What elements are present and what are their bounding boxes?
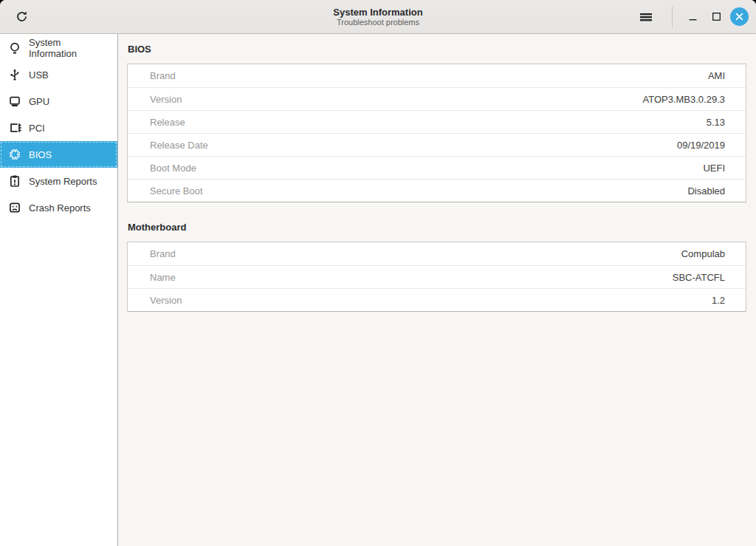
row-label: Version xyxy=(150,94,182,105)
sidebar-item-label: PCI xyxy=(29,123,45,134)
table-row: Release 5.13 xyxy=(128,110,746,133)
sidebar-item-bios[interactable]: BIOS xyxy=(0,141,117,168)
row-label: Secure Boot xyxy=(150,185,203,197)
sidebar-item-gpu[interactable]: GPU xyxy=(0,88,117,115)
row-label: Brand xyxy=(150,70,176,81)
row-value: UEFI xyxy=(703,163,725,174)
minimize-button[interactable] xyxy=(683,7,702,27)
titlebar-separator xyxy=(672,7,673,27)
refresh-icon xyxy=(16,10,28,23)
section-bios: BIOS Brand AMI Version ATOP3.MB3.0.29.3 … xyxy=(127,44,746,202)
window-subtitle: Troubleshoot problems xyxy=(337,18,419,27)
row-label: Name xyxy=(150,272,176,283)
maximize-button[interactable] xyxy=(707,7,726,27)
sidebar-item-label: System Reports xyxy=(29,176,97,187)
sidebar-item-label: BIOS xyxy=(29,149,52,160)
usb-icon xyxy=(7,67,22,82)
table-row: Secure Boot Disabled xyxy=(128,179,746,202)
row-value: 5.13 xyxy=(707,117,725,128)
row-label: Release Date xyxy=(150,140,208,151)
lightbulb-icon xyxy=(7,41,22,55)
section-motherboard: Motherboard Brand Compulab Name SBC-ATCF… xyxy=(127,222,746,312)
menu-button[interactable] xyxy=(635,6,657,28)
table-row: Brand AMI xyxy=(128,64,746,87)
titlebar: System Information Troubleshoot problems xyxy=(0,0,756,34)
sidebar-item-system-reports[interactable]: System Reports xyxy=(0,168,117,194)
row-value: ATOP3.MB3.0.29.3 xyxy=(642,94,725,105)
table-row: Brand Compulab xyxy=(128,242,746,265)
section-title: Motherboard xyxy=(128,222,746,233)
row-label: Version xyxy=(150,295,182,306)
table-row: Version ATOP3.MB3.0.29.3 xyxy=(128,87,746,110)
close-icon xyxy=(735,13,743,21)
table-row: Version 1.2 xyxy=(128,288,746,311)
sidebar-item-label: USB xyxy=(29,69,49,81)
row-label: Release xyxy=(150,117,185,128)
row-value: Disabled xyxy=(687,185,725,197)
app-window: System Information Troubleshoot problems xyxy=(0,0,756,546)
row-value: Compulab xyxy=(681,248,725,259)
chip-icon xyxy=(7,147,22,162)
sidebar-item-crash-reports[interactable]: Crash Reports xyxy=(0,194,117,221)
sidebar-item-pci[interactable]: PCI xyxy=(0,115,117,141)
window-title: System Information xyxy=(333,7,422,18)
monitor-icon xyxy=(7,94,22,109)
info-table: Brand AMI Version ATOP3.MB3.0.29.3 Relea… xyxy=(127,64,746,202)
sidebar-item-label: GPU xyxy=(29,96,49,107)
sidebar-item-usb[interactable]: USB xyxy=(0,61,117,88)
close-button[interactable] xyxy=(730,7,749,26)
row-value: SBC-ATCFL xyxy=(673,272,725,283)
table-row: Boot Mode UEFI xyxy=(128,156,746,179)
sidebar: System Information USB GPU PCI BIOS Syst… xyxy=(0,34,118,546)
section-title: BIOS xyxy=(128,44,746,55)
row-value: AMI xyxy=(708,70,725,81)
crash-face-icon xyxy=(7,200,22,215)
row-label: Brand xyxy=(150,248,176,259)
sidebar-item-label: System Information xyxy=(29,37,110,59)
pci-card-icon xyxy=(7,120,22,135)
menu-icon xyxy=(639,11,653,23)
maximize-icon xyxy=(712,13,721,21)
table-row: Release Date 09/19/2019 xyxy=(128,133,746,156)
clipboard-icon xyxy=(7,174,22,188)
info-table: Brand Compulab Name SBC-ATCFL Version 1.… xyxy=(127,242,746,312)
content-pane: BIOS Brand AMI Version ATOP3.MB3.0.29.3 … xyxy=(118,34,756,546)
row-value: 1.2 xyxy=(712,295,725,306)
minimize-icon xyxy=(689,13,697,21)
table-row: Name SBC-ATCFL xyxy=(128,265,746,288)
sidebar-item-label: Crash Reports xyxy=(29,202,91,214)
row-value: 09/19/2019 xyxy=(677,140,725,151)
refresh-button[interactable] xyxy=(10,6,32,28)
row-label: Boot Mode xyxy=(150,163,196,174)
sidebar-item-system-information[interactable]: System Information xyxy=(0,35,117,61)
